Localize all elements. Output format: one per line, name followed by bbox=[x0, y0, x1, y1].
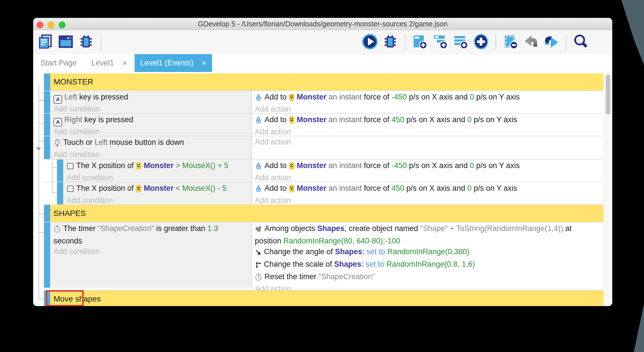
action-reset-timer[interactable]: Reset the timer "ShapeCreation" bbox=[255, 271, 601, 284]
add-action-button[interactable]: Add action bbox=[255, 127, 601, 137]
action-create-object[interactable]: Among objects Shapes, create object name… bbox=[255, 223, 601, 236]
conditions-cell: The timer "ShapeCreation" is greater tha… bbox=[50, 222, 251, 288]
tree-line bbox=[52, 161, 52, 192]
action-add-force[interactable]: Add to Monster an instant force of -450 … bbox=[255, 160, 601, 173]
condition-timer[interactable]: The timer "ShapeCreation" is greater tha… bbox=[54, 223, 249, 236]
monster-object-icon bbox=[289, 93, 295, 104]
action-change-angle[interactable]: Change the angle of Shapes: set to Rando… bbox=[255, 246, 601, 259]
tab-label: Level1 (Events) bbox=[140, 59, 194, 67]
event-selection-bar bbox=[44, 222, 50, 288]
project-manager-icon bbox=[37, 34, 53, 51]
zoom-window-button[interactable] bbox=[59, 22, 65, 28]
project-manager-button[interactable] bbox=[37, 34, 54, 50]
window-title: GDevelop 5 - /Users/florian/Downloads/ge… bbox=[33, 18, 612, 30]
main-toolbar bbox=[33, 30, 612, 54]
event-selection-bar bbox=[44, 136, 50, 159]
action-add-force[interactable]: Add to Monster an instant force of 450 p… bbox=[255, 114, 601, 127]
tree-line bbox=[39, 123, 44, 124]
add-subevent-button[interactable] bbox=[432, 34, 448, 50]
close-window-button[interactable] bbox=[37, 22, 43, 28]
search-button[interactable] bbox=[573, 34, 589, 50]
actions-cell: Add to Monster an instant force of -450 … bbox=[251, 160, 604, 182]
bug-icon bbox=[382, 34, 398, 51]
tab-level1-events[interactable]: Level1 (Events)× bbox=[135, 54, 212, 72]
condition-x-position[interactable]: The X position of Monster > MouseX() + 5 bbox=[67, 160, 249, 173]
group-banner-shapes[interactable]: SHAPES bbox=[44, 204, 604, 222]
tree-line bbox=[39, 84, 39, 299]
toolbar-separator bbox=[101, 34, 101, 50]
scrollbar-thumb[interactable] bbox=[606, 75, 610, 114]
actions-cell: Add action bbox=[251, 136, 604, 159]
tab-start-page[interactable]: Start Page bbox=[33, 54, 84, 72]
gdevelop-window: GDevelop 5 - /Users/florian/Downloads/ge… bbox=[33, 18, 612, 306]
undo-icon bbox=[523, 34, 539, 51]
add-condition-button[interactable]: Add condition bbox=[54, 126, 249, 137]
scene-editor-icon bbox=[58, 34, 74, 51]
close-tab-icon[interactable]: × bbox=[122, 59, 127, 68]
add-condition-button[interactable]: Add condition bbox=[54, 246, 249, 256]
actions-cell: Among objects Shapes, create object name… bbox=[251, 222, 604, 288]
events-scrollbar[interactable] bbox=[603, 72, 612, 306]
subevent-indent bbox=[44, 182, 57, 204]
search-icon bbox=[573, 34, 589, 51]
event-selection-bar bbox=[44, 114, 50, 136]
play-icon bbox=[362, 33, 378, 51]
add-action-button[interactable]: Add action bbox=[255, 195, 601, 205]
event-selection-bar bbox=[57, 182, 63, 204]
action-create-object-wrap[interactable]: position RandomInRange(80, 640-80);-100 bbox=[255, 236, 601, 246]
group-banner-move-shapes[interactable]: Move shapes bbox=[44, 290, 604, 306]
minimize-window-button[interactable] bbox=[48, 22, 54, 28]
events-sheet: MONSTER ALeft key is pressed Add conditi… bbox=[33, 72, 612, 306]
event-row-right-key: ARight key is pressed Add condition Add … bbox=[44, 113, 604, 136]
monster-object-icon bbox=[289, 185, 295, 195]
delete-event-button[interactable] bbox=[502, 34, 519, 50]
close-tab-icon[interactable]: × bbox=[202, 59, 206, 68]
monster-object-icon bbox=[289, 162, 295, 173]
group-banner-monster[interactable]: MONSTER bbox=[44, 73, 604, 90]
add-condition-button[interactable]: Add condition bbox=[67, 173, 249, 183]
add-comment-button[interactable] bbox=[452, 34, 469, 50]
scene-editor-button[interactable] bbox=[58, 34, 74, 50]
event-row-shape-timer: The timer "ShapeCreation" is greater tha… bbox=[44, 222, 604, 288]
add-action-button[interactable]: Add action bbox=[255, 104, 601, 114]
hand-force-icon bbox=[255, 116, 262, 127]
condition-left-key-pressed[interactable]: ALeft key is pressed bbox=[54, 92, 249, 104]
add-button[interactable] bbox=[473, 34, 489, 50]
redo-button[interactable] bbox=[543, 34, 560, 50]
condition-x-position[interactable]: The X position of Monster < MouseX() - 5 bbox=[67, 183, 249, 195]
hand-force-icon bbox=[255, 185, 262, 195]
tab-level1[interactable]: Level1× bbox=[84, 54, 135, 72]
add-condition-button[interactable]: Add condition bbox=[54, 149, 249, 160]
action-add-force[interactable]: Add to Monster an instant force of 450 p… bbox=[255, 183, 601, 195]
undo-button[interactable] bbox=[523, 34, 539, 50]
tab-label: Start Page bbox=[41, 59, 77, 67]
condition-right-key-pressed[interactable]: ARight key is pressed bbox=[54, 114, 249, 126]
add-condition-button[interactable]: Add condition bbox=[54, 104, 249, 114]
add-condition-button[interactable]: Add condition bbox=[67, 195, 249, 205]
debug-preview-button[interactable] bbox=[382, 34, 399, 50]
add-subevent-icon bbox=[432, 34, 448, 51]
redo-icon bbox=[543, 34, 559, 51]
add-event-button[interactable] bbox=[412, 34, 428, 50]
expand-collapse-arrow-icon[interactable] bbox=[36, 147, 41, 150]
remove-event-icon bbox=[503, 34, 518, 51]
event-row-left-key: ALeft key is pressed Add condition Add t… bbox=[44, 90, 604, 113]
add-action-button[interactable]: Add action bbox=[255, 137, 601, 147]
action-add-force[interactable]: Add to Monster an instant force of -450 … bbox=[255, 92, 601, 104]
toolbar-separator bbox=[566, 34, 566, 50]
condition-timer-wrap[interactable]: seconds bbox=[54, 236, 249, 246]
add-action-button[interactable]: Add action bbox=[255, 173, 601, 183]
condition-touch-or-mouse[interactable]: Touch or Left mouse button is down bbox=[54, 137, 249, 149]
subevent-indent bbox=[44, 160, 57, 182]
play-preview-button[interactable] bbox=[362, 34, 378, 50]
tree-line bbox=[52, 167, 57, 167]
tree-line bbox=[39, 232, 44, 233]
debugger-button[interactable] bbox=[78, 34, 94, 50]
timer-icon bbox=[255, 273, 262, 284]
traffic-lights bbox=[37, 22, 65, 28]
tree-line bbox=[39, 299, 44, 299]
event-selection-bar bbox=[57, 160, 63, 182]
angle-arrow-icon bbox=[255, 248, 262, 259]
subevent-row-pos-lt: The X position of Monster < MouseX() - 5… bbox=[44, 182, 604, 204]
action-change-scale[interactable]: Change the scale of Shapes: set to Rando… bbox=[255, 259, 601, 271]
